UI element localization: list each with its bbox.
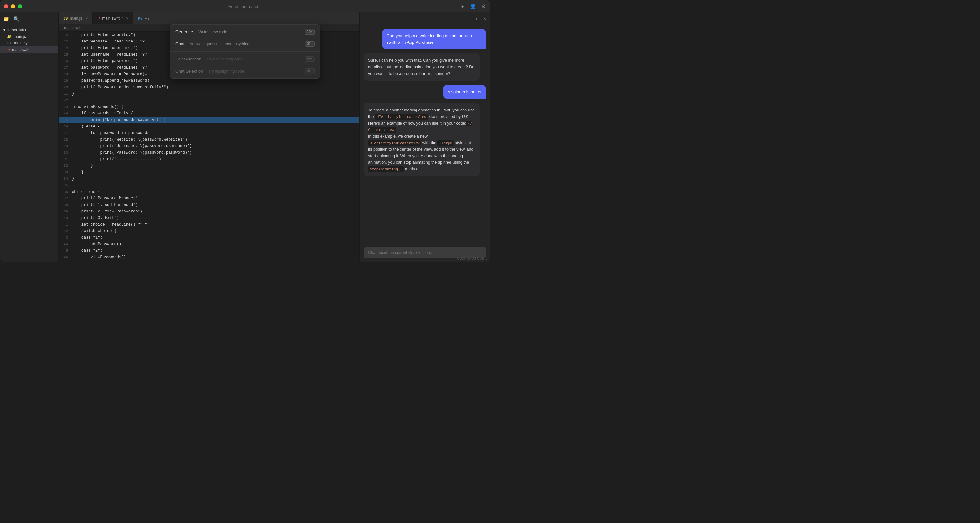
- code-line: 24 if passwords.isEmpty {: [59, 110, 360, 117]
- code-line: 44 addPassword(): [59, 241, 360, 247]
- tab-modified: *: [121, 16, 123, 20]
- line-number: 27: [59, 130, 72, 136]
- code-line: 26 } else {: [59, 123, 360, 130]
- command-input-wrapper: [212, 3, 278, 9]
- edit-kbd: ⌘K: [305, 56, 315, 62]
- js-icon: JS: [7, 35, 11, 38]
- line-number: 39: [59, 208, 72, 215]
- fullscreen-button[interactable]: [18, 4, 22, 8]
- watermark: CSDN @iOS Coding: [457, 257, 487, 260]
- dropdown-generate[interactable]: Generate Writes new code ⌘K: [170, 26, 320, 38]
- code-line: 33 }: [59, 169, 360, 175]
- tab-bar: JS main.js × ⇢ main.swift * × PY PY: [59, 13, 360, 24]
- code-inline: stopAnimating(): [368, 166, 404, 172]
- file-main-swift[interactable]: ⇢ main.swift: [0, 46, 59, 53]
- line-content: while true {: [72, 188, 360, 195]
- sidebar-tree: ▾ cursor-tutor JS main.js PY main.py ⇢ m…: [0, 26, 59, 262]
- code-line: 22: [59, 97, 360, 104]
- line-number: 38: [59, 202, 72, 208]
- search-icon[interactable]: 🔍: [13, 16, 20, 22]
- tab-main-js[interactable]: JS main.js ×: [59, 13, 93, 24]
- line-number: 29: [59, 143, 72, 149]
- line-number: 32: [59, 163, 72, 169]
- line-number: 14: [59, 45, 72, 51]
- line-number: 33: [59, 169, 72, 175]
- line-content: if passwords.isEmpty {: [72, 110, 360, 117]
- line-content: case "1":: [72, 234, 360, 241]
- line-number: 30: [59, 149, 72, 156]
- tab-js-icon: JS: [64, 16, 68, 20]
- generate-desc: Writes new code: [198, 30, 227, 34]
- folder-icon[interactable]: 📁: [3, 16, 10, 22]
- line-content: addPassword(): [72, 241, 360, 247]
- chat-shortcut: ⌘L: [305, 41, 315, 47]
- file-label: main.swift: [12, 48, 29, 52]
- line-number: 17: [59, 64, 72, 71]
- chat-messages: Can you help me write loading animation …: [360, 25, 490, 244]
- chat-panel: ↩ × Can you help me write loading animat…: [360, 13, 490, 262]
- command-dropdown: Generate Writes new code ⌘K Chat Answers…: [170, 24, 320, 79]
- chat-sel-kbd: ⌘L: [305, 68, 315, 74]
- line-number: 18: [59, 71, 72, 78]
- line-number: 47: [59, 260, 72, 262]
- tab-close-swift[interactable]: ×: [126, 16, 128, 21]
- generate-shortcut: ⌘K: [305, 29, 315, 35]
- sidebar: 📁 🔍 ▾ cursor-tutor JS main.js PY main.py…: [0, 13, 59, 262]
- line-content: }: [72, 169, 360, 175]
- tab-swift-icon: ⇢: [97, 16, 100, 20]
- line-number: 45: [59, 247, 72, 254]
- folder-cursor-tutor[interactable]: ▾ cursor-tutor: [0, 27, 59, 33]
- line-content: print("1. Add Password"): [72, 202, 360, 208]
- code-line: 46 viewPasswords(): [59, 254, 360, 260]
- tab-main-swift[interactable]: ⇢ main.swift * ×: [93, 13, 134, 24]
- chat-history-icon[interactable]: ↩: [476, 16, 480, 21]
- code-line: 27 for password in passwords {: [59, 130, 360, 136]
- line-content: }: [72, 163, 360, 169]
- code-line: 40 print("3. Exit"): [59, 215, 360, 221]
- file-main-py[interactable]: PY main.py: [0, 40, 59, 46]
- dropdown-chat[interactable]: Chat Answers questions about anything ⌘L: [170, 38, 320, 50]
- chat-close-icon[interactable]: ×: [484, 16, 486, 21]
- line-number: 41: [59, 221, 72, 228]
- code-line: 47 case "3":: [59, 260, 360, 262]
- gear-icon[interactable]: ⚙: [482, 3, 486, 10]
- file-main-js[interactable]: JS main.js: [0, 33, 59, 40]
- code-line: 38 print("1. Add Password"): [59, 202, 360, 208]
- line-number: 37: [59, 195, 72, 202]
- tab-close-js[interactable]: ×: [85, 16, 88, 21]
- minimize-button[interactable]: [11, 4, 15, 8]
- command-input[interactable]: [212, 4, 278, 9]
- user-message: Can you help me write loading animation …: [382, 29, 486, 49]
- line-number: 25: [59, 117, 72, 123]
- chat-label: Chat: [175, 41, 184, 46]
- py-icon: PY: [7, 41, 12, 45]
- code-line: 39 print("2. View Passwords"): [59, 208, 360, 215]
- code-inline: UIActivityIndicatorView: [368, 140, 421, 146]
- chat-selection-desc: Try highlighting code: [208, 69, 244, 73]
- chat-selection-label: Chat Selection: [175, 69, 203, 73]
- line-content: }: [72, 91, 360, 97]
- line-content: print("No passwords saved yet."): [72, 117, 360, 123]
- tab-label: main.swift: [102, 16, 119, 21]
- code-line: 34}: [59, 175, 360, 182]
- close-button[interactable]: [4, 4, 8, 8]
- tab-py[interactable]: PY PY: [133, 13, 155, 24]
- ai-message: Sure, I can help you with that. Can you …: [364, 53, 480, 81]
- line-number: 34: [59, 175, 72, 182]
- code-line: 36while true {: [59, 188, 360, 195]
- traffic-lights: [4, 4, 22, 8]
- code-inline: // Create a new: [368, 121, 472, 133]
- line-number: 40: [59, 215, 72, 221]
- grid-icon[interactable]: ⊞: [460, 3, 465, 10]
- chevron-down-icon: ▾: [3, 28, 5, 32]
- person-icon[interactable]: 👤: [470, 3, 476, 10]
- code-line: 30 print("Password: \(password.password)…: [59, 149, 360, 156]
- line-number: 23: [59, 104, 72, 110]
- line-content: switch choice {: [72, 228, 360, 234]
- line-content: let choice = readLine() ?? "": [72, 221, 360, 228]
- chat-selection-shortcut: ⌘L: [305, 68, 315, 74]
- line-number: 35: [59, 182, 72, 188]
- code-line: 29 print("Username: \(password.username)…: [59, 143, 360, 149]
- title-bar: ⊞ 👤 ⚙: [0, 0, 490, 13]
- code-inline: UIActivityIndicatorView: [375, 114, 428, 120]
